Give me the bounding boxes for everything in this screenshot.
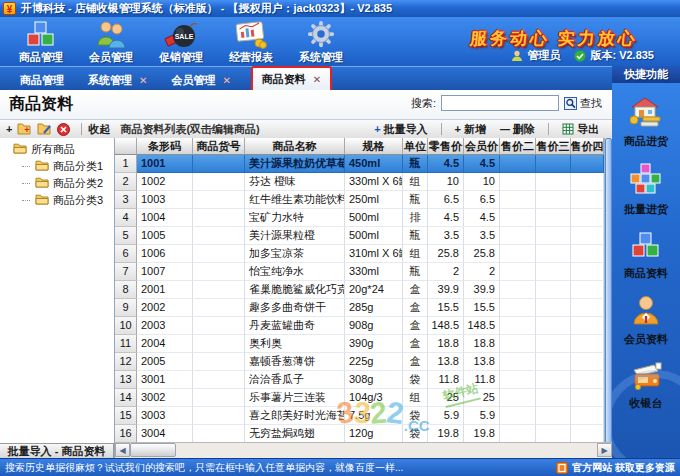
vertical-scrollbar[interactable] [604, 138, 612, 443]
batch-import-button[interactable]: + 批量导入 [367, 122, 434, 137]
tab-close-icon[interactable]: ✕ [139, 75, 147, 86]
table-row[interactable]: 31003红牛维生素功能饮料250ml瓶6.56.5 [115, 191, 604, 209]
column-header-price2[interactable]: 售价二 [500, 138, 536, 155]
nav-item-3[interactable]: SALE促销管理 [146, 19, 216, 65]
quick-item-5[interactable]: 收银台 [612, 360, 680, 411]
column-header-barcode[interactable]: 条形码 [137, 138, 193, 155]
table-row[interactable]: 102003丹麦蓝罐曲奇908g盒148.5148.5 [115, 317, 604, 335]
cell-barcode: 1001 [137, 155, 193, 173]
cell-unit: 盒 [403, 317, 428, 335]
table-row[interactable]: 71007怡宝纯净水330ml瓶22 [115, 263, 604, 281]
nav-item-1[interactable]: 商品管理 [6, 19, 76, 65]
table-row[interactable]: 92002趣多多曲奇饼干285g盒15.515.5 [115, 299, 604, 317]
table-row[interactable]: 82001雀巢脆脆鲨威化巧克力20g*24盒39.939.9 [115, 281, 604, 299]
cell-unit: 瓶 [403, 155, 428, 173]
cell-price3 [536, 353, 571, 371]
table-row[interactable]: 122005嘉顿香葱薄饼225g盒13.813.8 [115, 353, 604, 371]
column-header-sku[interactable]: 商品货号 [193, 138, 245, 155]
table-row[interactable]: 143002乐事薯片三连装104g/3组2525 [115, 389, 604, 407]
nav-item-4[interactable]: 经营报表 [216, 19, 286, 65]
column-header-spec[interactable]: 规格 [345, 138, 403, 155]
cell-member: 13.8 [464, 353, 500, 371]
table-row[interactable]: 61006加多宝凉茶310ml X 6罐组25.825.8 [115, 245, 604, 263]
scroll-left-arrow[interactable]: ◀ [115, 443, 130, 457]
tree-item-3[interactable]: 商品分类3 [0, 192, 114, 209]
cell-price4 [571, 353, 604, 371]
add-button[interactable]: + 新增 [448, 122, 493, 137]
batch-import-tab-button[interactable]: 批量导入 - 商品资料 [0, 443, 114, 458]
column-header-unit[interactable]: 单位 [403, 138, 428, 155]
nav-item-2[interactable]: 会员管理 [76, 19, 146, 65]
member-icon [630, 294, 662, 330]
delete-button[interactable]: — 删除 [493, 122, 542, 137]
cell-sku [193, 191, 245, 209]
column-header-num[interactable] [115, 138, 137, 155]
cell-price4 [571, 173, 604, 191]
collapse-button[interactable]: 收起 [88, 122, 110, 137]
folder-edit-icon[interactable] [37, 123, 52, 135]
folder-add-icon[interactable]: + [17, 123, 32, 135]
version-info: 版本: V2.835 [574, 48, 654, 63]
user-version-line: 管理员 版本: V2.835 [511, 48, 654, 63]
cell-price2 [500, 299, 536, 317]
cell-num: 11 [115, 335, 137, 353]
table-row[interactable]: 21002芬达 橙味330ml X 6罐组1010 [115, 173, 604, 191]
find-button[interactable]: 查找 [564, 96, 602, 111]
cell-price2 [500, 209, 536, 227]
tree-item-2[interactable]: 商品分类2 [0, 175, 114, 192]
horizontal-scrollbar-thumb[interactable] [130, 443, 176, 457]
vertical-scrollbar-thumb[interactable] [605, 138, 612, 443]
status-website-link[interactable]: 官方网站 获取更多资源 [556, 461, 675, 475]
add-category-button[interactable]: + [6, 123, 12, 135]
nav-item-5[interactable]: 系统管理 [286, 19, 356, 65]
table-row[interactable]: 163004无穷盐焗鸡翅120g袋19.819.8 [115, 425, 604, 443]
column-header-price4[interactable]: 售价四 [571, 138, 604, 155]
cell-barcode: 3002 [137, 389, 193, 407]
cell-price4 [571, 227, 604, 245]
plus-icon: + [374, 123, 380, 135]
column-header-price3[interactable]: 售价三 [536, 138, 571, 155]
scroll-right-arrow[interactable]: ▶ [597, 443, 612, 457]
tab-close-icon[interactable]: ✕ [222, 75, 230, 86]
status-hint-text: 搜索历史单据很麻烦？试试我们的搜索吧，只需在框中输入任意单据内容，就像百度一样.… [5, 461, 403, 475]
nav-item-label: 促销管理 [159, 50, 203, 65]
quick-item-3[interactable]: 商品资料 [612, 230, 680, 281]
delete-category-icon[interactable] [57, 123, 70, 136]
cell-unit: 袋 [403, 407, 428, 425]
column-header-retail[interactable]: 零售价 [428, 138, 464, 155]
cell-price2 [500, 425, 536, 443]
cell-price4 [571, 389, 604, 407]
tab-3[interactable]: 会员管理✕ [167, 71, 234, 90]
cell-retail: 11.8 [428, 371, 464, 389]
table-row[interactable]: 41004宝矿力水特500ml排4.54.5 [115, 209, 604, 227]
quick-item-4[interactable]: 会员资料 [612, 294, 680, 347]
tab-2[interactable]: 系统管理✕ [84, 71, 151, 90]
table-row[interactable]: 51005美汁源果粒橙500ml瓶3.53.5 [115, 227, 604, 245]
column-header-member[interactable]: 会员价 [464, 138, 500, 155]
export-button[interactable]: 导出 [555, 122, 606, 137]
search-input[interactable] [441, 95, 559, 111]
quick-item-1[interactable]: 商品进货 [612, 96, 680, 149]
tab-4[interactable]: 商品资料✕ [251, 66, 332, 90]
tree-item-1[interactable]: 商品分类1 [0, 158, 114, 175]
cell-unit: 盒 [403, 299, 428, 317]
table-row[interactable]: 11001美汁源果粒奶优草莓味450ml瓶4.54.5 [115, 155, 604, 173]
table-row[interactable]: 112004奥利奥390g盒18.818.8 [115, 335, 604, 353]
column-header-name[interactable]: 商品名称 [245, 138, 345, 155]
quick-item-2[interactable]: 批量进货 [612, 162, 680, 217]
table-row[interactable]: 133001洽洽香瓜子308g袋11.811.8 [115, 371, 604, 389]
cell-price2 [500, 371, 536, 389]
cell-unit: 排 [403, 209, 428, 227]
cell-barcode: 2001 [137, 281, 193, 299]
cell-price4 [571, 209, 604, 227]
tree-item-root[interactable]: 所有商品 [0, 141, 114, 158]
table-row[interactable]: 153003喜之郎美好时光海苔7.5g袋5.95.9 [115, 407, 604, 425]
cell-sku [193, 173, 245, 191]
tab-close-icon[interactable]: ✕ [313, 74, 321, 85]
svg-text:SALE: SALE [175, 33, 194, 40]
horizontal-scrollbar[interactable]: ◀ ▶ [115, 442, 612, 458]
cell-unit: 袋 [403, 425, 428, 443]
toolbar-separator [81, 123, 82, 135]
cell-price2 [500, 155, 536, 173]
tab-1[interactable]: 商品管理 [16, 71, 68, 90]
